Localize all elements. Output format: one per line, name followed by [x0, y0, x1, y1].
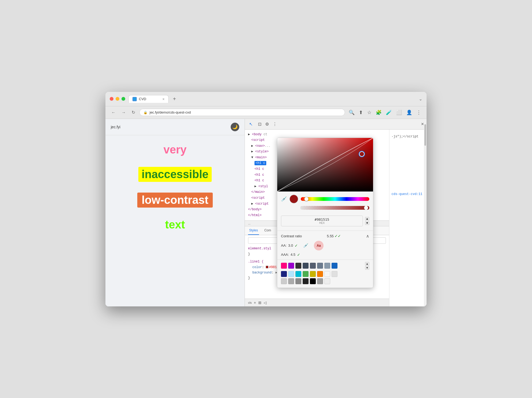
devtools-settings-button[interactable]: ⚙	[265, 122, 269, 127]
hex-label: HEX	[319, 221, 325, 224]
contrast-levels: AA: 3.0 ✓ 💉 Aa	[281, 241, 369, 250]
browser-tab[interactable]: 🌐 CVD ×	[128, 95, 169, 103]
devtools-content-area: ▶ <body ct <script ▶ <nav>... ▶ <style> …	[245, 130, 427, 306]
contrast-collapse-button[interactable]: ∧	[366, 234, 369, 239]
color-swatch[interactable]	[281, 263, 287, 269]
browser-content: jec.fyi 🌙 very inaccessible low-contrast…	[105, 119, 427, 306]
scrollbar-thumb[interactable]	[424, 130, 426, 146]
color-swatch[interactable]	[295, 278, 301, 284]
hex-decrement-button[interactable]: ▼	[365, 221, 369, 225]
color-swatch[interactable]	[281, 271, 287, 277]
color-swatch[interactable]	[317, 278, 323, 284]
hue-slider[interactable]	[301, 197, 369, 201]
color-swatch[interactable]	[288, 278, 294, 284]
extension-icon[interactable]: 🧩	[375, 108, 383, 117]
search-icon[interactable]: 🔍	[348, 108, 356, 117]
text-low-contrast: low-contrast	[137, 193, 213, 208]
minimize-window-button[interactable]	[116, 97, 119, 101]
css-selector-line1: .line1 {	[248, 260, 264, 264]
code-line	[392, 180, 424, 186]
swatches-row-3	[281, 278, 369, 284]
tab-menu-button[interactable]: ⌄	[419, 96, 422, 102]
code-line	[392, 145, 424, 151]
copy-style-button[interactable]: ⊞	[258, 301, 261, 305]
add-style-button[interactable]: +	[254, 301, 256, 305]
contrast-value: 5.55 ✓✓	[327, 234, 341, 238]
color-swatch[interactable]	[295, 263, 301, 269]
devtools-main: ▶ <body ct <script ▶ <nav>... ▶ <style> …	[245, 130, 389, 306]
color-swatch[interactable]	[295, 271, 301, 277]
color-swatch[interactable]	[310, 271, 316, 277]
color-swatch[interactable]	[310, 263, 316, 269]
color-swatch[interactable]	[310, 278, 316, 284]
swatches-up-button[interactable]: ▲	[365, 262, 369, 266]
color-swatch[interactable]	[317, 263, 323, 269]
text-inaccessible: inaccessible	[138, 167, 212, 182]
profile-icon[interactable]: 👤	[405, 108, 413, 117]
hex-value: #981515	[315, 217, 329, 221]
title-bar: 🌐 CVD × + ⌄	[105, 92, 427, 106]
styles-tab[interactable]: Styles	[248, 226, 259, 235]
dark-mode-button[interactable]: 🌙	[231, 123, 239, 131]
color-gradient-area[interactable]	[277, 138, 373, 192]
contrast-header: Contrast ratio 5.55 ✓✓ ∧	[281, 234, 369, 239]
color-swatch[interactable]	[288, 271, 294, 277]
bookmark-icon[interactable]: ☆	[366, 108, 373, 117]
color-swatch[interactable]	[324, 263, 330, 269]
color-swatch[interactable]	[281, 278, 287, 284]
toggle-sidebar-button[interactable]: ◁	[264, 301, 267, 305]
color-swatch[interactable]	[324, 271, 330, 277]
cursor-tool-button[interactable]: ↖	[248, 121, 254, 128]
color-swatch[interactable]	[332, 263, 337, 269]
device-tool-button[interactable]: ⊡	[256, 121, 263, 128]
color-swatch[interactable]	[303, 271, 309, 277]
back-button[interactable]: ←	[110, 109, 117, 116]
contrast-eyedropper-button[interactable]: 💉	[303, 241, 309, 250]
element-bar-ellipsis: ...	[248, 222, 250, 225]
color-swatch[interactable]	[332, 271, 337, 277]
swatches-scroll: ▲ ▼	[365, 262, 369, 270]
sidebar-icon[interactable]: ⬜	[395, 108, 403, 117]
color-swatch[interactable]	[317, 271, 323, 277]
close-window-button[interactable]	[110, 97, 113, 101]
more-options-icon[interactable]: ⋮	[415, 108, 422, 117]
maximize-window-button[interactable]	[121, 97, 125, 101]
tab-close-button[interactable]: ×	[162, 97, 165, 101]
color-swatch[interactable]	[303, 263, 309, 269]
computed-tab[interactable]: Com	[263, 226, 272, 235]
alpha-gradient	[300, 206, 369, 210]
new-tab-button[interactable]: +	[171, 95, 178, 103]
alpha-slider-thumb[interactable]	[364, 206, 368, 210]
browser-window: 🌐 CVD × + ⌄ ← → ↻ 🔒 jec.fyi/demo/cds-que…	[105, 92, 427, 306]
share-icon[interactable]: ⬆	[358, 108, 364, 117]
color-preview-row: 💉	[281, 195, 369, 203]
alpha-slider[interactable]	[300, 206, 369, 210]
lab-icon[interactable]: 🧪	[385, 108, 393, 117]
color-picker-handle[interactable]	[359, 151, 364, 157]
toolbar-icons: 🔍 ⬆ ☆ 🧩 🧪 ⬜ 👤 ⋮	[348, 108, 422, 117]
devtools-close-button[interactable]: ×	[421, 121, 424, 127]
devtools-scrollbar[interactable]	[424, 130, 427, 306]
devtools-panel: ↖ ⊡ ⚙ ⋮ × ▶ <body ct <script ▶ <nav>... …	[245, 119, 427, 306]
swatches-down-button[interactable]: ▼	[365, 266, 369, 270]
color-swatch[interactable]	[303, 278, 309, 284]
text-very: very	[164, 143, 187, 156]
color-swatch[interactable]	[324, 278, 330, 284]
hex-input-wrapper[interactable]: #981515 HEX	[281, 216, 363, 226]
address-input[interactable]: 🔒 jec.fyi/demo/cds-quest-cvd	[139, 109, 345, 116]
contrast-check-icon: ✓✓	[335, 234, 341, 238]
code-line-source: cds-quest-cvd:11	[392, 192, 424, 197]
forward-button[interactable]: →	[120, 109, 127, 116]
aaa-check-icon: ✓	[297, 253, 300, 257]
color-swatch-color[interactable]	[266, 266, 268, 268]
refresh-button[interactable]: ↻	[130, 109, 137, 116]
hue-slider-thumb[interactable]	[304, 197, 309, 201]
color-swatch[interactable]	[288, 263, 294, 269]
contrast-section: Contrast ratio 5.55 ✓✓ ∧ AA: 3	[277, 231, 373, 260]
tree-line[interactable]: ▶ <body ct	[248, 132, 386, 138]
hex-increment-button[interactable]: ▲	[365, 217, 369, 221]
eyedropper-button[interactable]: 💉	[281, 196, 287, 202]
devtools-more-button[interactable]: ⋮	[271, 121, 279, 128]
aa-check-icon: ✓	[295, 243, 298, 248]
traffic-lights	[110, 97, 125, 101]
